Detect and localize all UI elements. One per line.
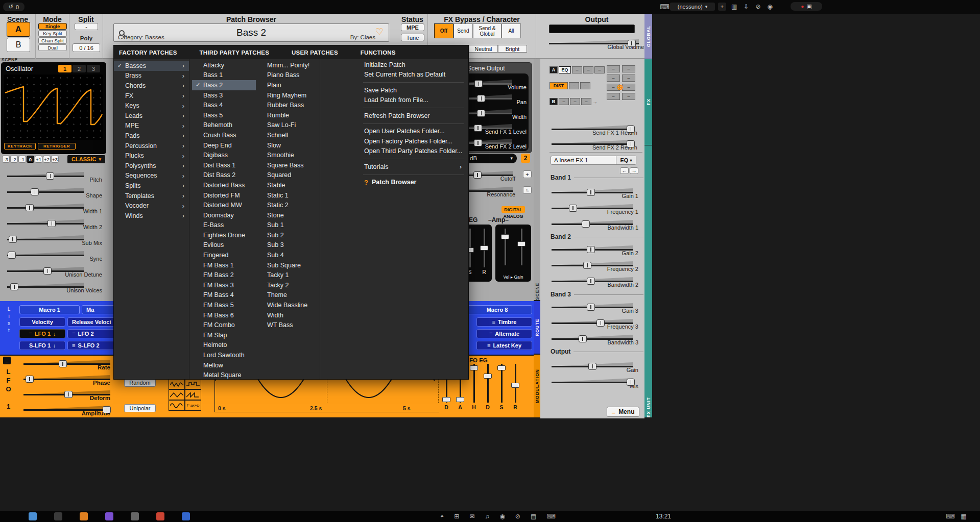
- patch-item[interactable]: Mmm... Pointy!: [256, 60, 320, 70]
- slider-handle[interactable]: [470, 365, 478, 370]
- mode-option-button[interactable]: Dual: [38, 44, 67, 51]
- lfo-unit-label[interactable]: LFO 1: [5, 368, 12, 411]
- patch-item[interactable]: Dist Bass 2: [192, 170, 256, 181]
- favorite-heart-icon[interactable]: ♡: [375, 26, 384, 37]
- lfo-param-slider[interactable]: Amplitude: [23, 403, 110, 418]
- latest-key-cell[interactable]: ≡ Latest Key: [476, 341, 532, 350]
- patch-item[interactable]: Saw Lo-Fi: [256, 120, 320, 131]
- main-menu-button[interactable]: ≡ Menu: [607, 407, 639, 417]
- menu-function-item[interactable]: Save Patch: [358, 85, 469, 95]
- scene-area-tab[interactable]: SCENE: [2, 57, 18, 62]
- alternate-cell[interactable]: ≡ Alternate: [476, 329, 532, 338]
- slider-handle[interactable]: [628, 40, 636, 47]
- send-return-slider[interactable]: Send FX 2 Return: [552, 137, 633, 152]
- slider-handle[interactable]: [474, 125, 482, 132]
- lfo-random-button[interactable]: Random: [124, 379, 156, 387]
- tray-icon[interactable]: ▤: [531, 513, 536, 520]
- amp-slider[interactable]: [501, 229, 509, 265]
- osc-param-slider[interactable]: Sub Mix: [7, 233, 84, 248]
- resonance-link-button[interactable]: ≈: [523, 186, 532, 194]
- slider-handle[interactable]: [442, 397, 450, 402]
- slider-handle[interactable]: [456, 397, 464, 402]
- menu-function-item[interactable]: Initialize Patch: [358, 60, 469, 70]
- slider-handle[interactable]: [587, 304, 595, 311]
- patch-item[interactable]: Crush Bass: [192, 130, 256, 140]
- lfo-shape-sine[interactable]: [169, 400, 185, 411]
- cutoff-extend-button[interactable]: +: [523, 170, 532, 178]
- routing-slot[interactable]: –: [607, 93, 620, 100]
- tray-icon[interactable]: ▥: [731, 3, 737, 10]
- fx-output-slider[interactable]: Gain: [552, 360, 633, 376]
- slider-handle[interactable]: [47, 220, 56, 227]
- slider-handle[interactable]: [9, 236, 17, 243]
- amp-digital-button[interactable]: DIGITAL: [501, 206, 525, 213]
- patch-item[interactable]: Bass 4: [192, 100, 256, 110]
- category-item[interactable]: FX ›: [114, 91, 189, 101]
- osc-type-dropdown[interactable]: CLASSIC ▾: [67, 155, 105, 163]
- osc-param-slider[interactable]: Unison Detune: [7, 264, 84, 280]
- patch-item[interactable]: FM Slap: [192, 330, 256, 340]
- patch-item[interactable]: Doomsday: [192, 210, 256, 220]
- user-dropdown[interactable]: (nessuno) ▾: [670, 3, 715, 11]
- global-volume-slider[interactable]: Global Volume: [549, 37, 639, 53]
- corner-icon[interactable]: ⌨: [946, 513, 954, 520]
- oscillator-tab[interactable]: 1: [58, 65, 71, 72]
- patch-display[interactable]: Bass 2 ♡ Category: Basses By: Claes: [113, 23, 389, 42]
- osc-param-slider[interactable]: Pitch: [7, 169, 84, 185]
- lfo-param-slider[interactable]: Deform: [23, 388, 110, 403]
- split-point-button[interactable]: -: [75, 23, 98, 30]
- tray-icon[interactable]: ⌨: [546, 513, 555, 520]
- add-button[interactable]: +: [718, 3, 726, 11]
- patch-item[interactable]: Bass 3: [192, 90, 256, 101]
- eq-param-slider[interactable]: Bandwidth 1: [552, 217, 633, 233]
- patch-item[interactable]: Sub 2: [256, 230, 320, 240]
- tray-icon[interactable]: ◉: [499, 513, 505, 520]
- tray-icon[interactable]: ◉: [767, 3, 772, 10]
- category-item[interactable]: ✓ Basses ›: [114, 61, 189, 71]
- lfo1-cell[interactable]: ≡ LFO 1 ↓: [19, 329, 65, 338]
- tray-icon[interactable]: ◓: [440, 513, 444, 520]
- slider-handle[interactable]: [31, 188, 39, 195]
- lfo-shape-triangle[interactable]: [169, 389, 185, 400]
- patch-item[interactable]: Ring Mayhem: [256, 90, 320, 101]
- taskbar-app-icon[interactable]: [182, 512, 190, 520]
- eq-param-slider[interactable]: Gain 2: [552, 243, 633, 259]
- taskbar-app-icon[interactable]: [156, 512, 164, 520]
- slider-handle[interactable]: [484, 374, 492, 379]
- menu-function-item[interactable]: ? Patch Browser: [358, 178, 469, 188]
- mode-option-button[interactable]: Key Split: [38, 30, 67, 37]
- octave-button[interactable]: +2: [43, 156, 51, 163]
- feedback-badge[interactable]: 2: [521, 154, 530, 163]
- patch-item[interactable]: Metal Square: [192, 370, 256, 380]
- patch-menu-tab[interactable]: FUNCTIONS: [361, 49, 396, 56]
- slider-handle[interactable]: [579, 335, 587, 342]
- taskbar-app-icon[interactable]: [80, 512, 88, 520]
- patch-item[interactable]: Distorted FM: [192, 190, 256, 201]
- eq-param-slider[interactable]: Frequency 3: [552, 316, 633, 332]
- retrigger-button[interactable]: RETRIGGER: [38, 143, 76, 150]
- slider-handle[interactable]: [477, 95, 485, 102]
- amp-slider[interactable]: [517, 229, 525, 265]
- patch-item[interactable]: Stable: [256, 180, 320, 190]
- routing-slot[interactable]: –: [570, 98, 580, 105]
- slider-handle[interactable]: [477, 110, 485, 117]
- menu-function-item[interactable]: Load Patch from File...: [358, 95, 469, 106]
- routing-dist-slot[interactable]: DIST: [549, 82, 568, 89]
- slider-handle[interactable]: [569, 205, 577, 212]
- patch-item[interactable]: Sub Square: [256, 260, 320, 270]
- slider-handle[interactable]: [627, 126, 635, 133]
- category-item[interactable]: Polysynths ›: [114, 161, 189, 171]
- routing-slot[interactable]: –: [572, 66, 582, 73]
- slider-handle[interactable]: [10, 283, 18, 290]
- macro8-cell[interactable]: Macro 8: [462, 305, 532, 314]
- routing-slot[interactable]: –: [580, 82, 590, 89]
- patch-item[interactable]: Attacky: [192, 60, 256, 70]
- patch-item[interactable]: FM Bass 4: [192, 290, 256, 301]
- category-item[interactable]: Vocoder ›: [114, 201, 189, 211]
- slider-handle[interactable]: [588, 363, 596, 370]
- slider-handle[interactable]: [8, 252, 16, 259]
- oscillator-tab[interactable]: 2: [73, 65, 86, 72]
- slider-handle[interactable]: [627, 379, 635, 386]
- patch-item[interactable]: Squared: [256, 170, 320, 181]
- taskbar-app-icon[interactable]: [131, 512, 139, 520]
